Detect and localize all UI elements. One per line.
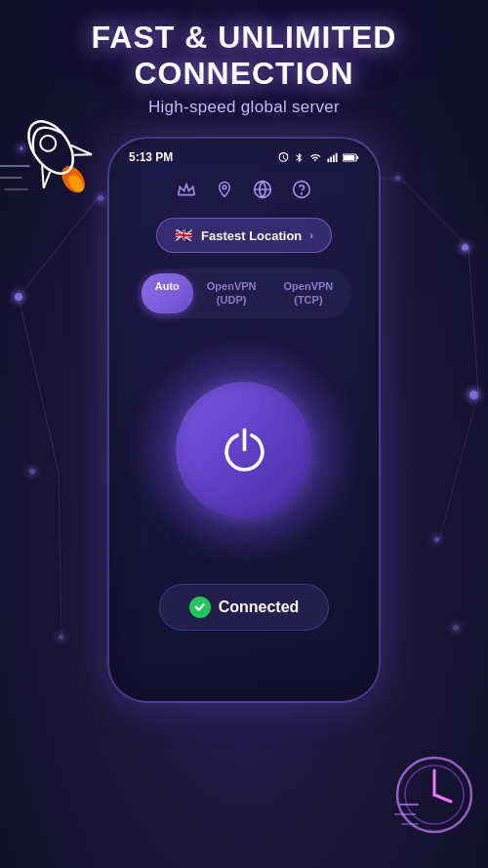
rocket-illustration [0,88,117,215]
glow-dot [29,469,35,475]
svg-point-24 [302,193,303,194]
flag-icon: 🇬🇧 [175,227,193,244]
clock-decoration [390,751,478,839]
status-bar: 5:13 PM [109,139,379,170]
svg-rect-15 [330,156,332,162]
alarm-icon [277,151,290,164]
vpn-power-button[interactable] [176,382,312,518]
glow-dot [462,244,468,251]
svg-rect-14 [327,158,329,162]
svg-rect-17 [336,152,338,161]
svg-point-21 [223,186,226,189]
glow-dot [395,176,400,181]
wifi-icon [308,152,322,163]
protocol-tab-udp[interactable]: OpenVPN(UDP) [193,273,270,313]
glow-dot [453,625,459,631]
main-title-line2: CONNECTION [134,56,353,91]
main-title-line1: FAST & UNLIMITED [92,20,397,55]
power-glow-outer [132,338,356,562]
location-button[interactable]: 🇬🇧 Fastest Location › [156,218,332,253]
glow-dot [469,391,478,399]
protocol-tabs: Auto OpenVPN(UDP) OpenVPN(TCP) [137,269,352,318]
signal-icon [326,152,339,163]
main-title: FAST & UNLIMITED CONNECTION [0,20,488,92]
protocol-tab-auto[interactable]: Auto [142,273,193,313]
phone-mockup: 5:13 PM [107,137,381,703]
location-icon[interactable] [216,180,233,204]
status-icons [277,151,359,164]
crown-icon[interactable] [177,180,196,204]
power-button-area [109,338,379,562]
glow-dot [434,537,439,542]
bluetooth-icon [294,151,305,164]
power-icon [218,423,271,476]
status-time: 5:13 PM [129,150,173,164]
help-icon[interactable] [292,180,311,204]
connection-status-badge: Connected [159,584,330,631]
check-circle-icon [189,597,211,618]
svg-line-29 [434,795,451,802]
svg-rect-20 [344,155,354,160]
chevron-right-icon: › [309,229,313,241]
location-label: Fastest Location [201,228,302,243]
battery-icon [343,152,359,163]
protocol-tab-tcp[interactable]: OpenVPN(TCP) [270,273,347,313]
globe-icon[interactable] [253,180,272,204]
svg-rect-16 [333,154,335,161]
glow-dot [59,635,63,640]
glow-dot [15,293,22,301]
power-ring-outer [154,359,335,540]
connected-label: Connected [219,599,300,616]
svg-rect-19 [356,156,358,159]
nav-icons-row [109,170,379,218]
svg-point-10 [37,133,59,154]
